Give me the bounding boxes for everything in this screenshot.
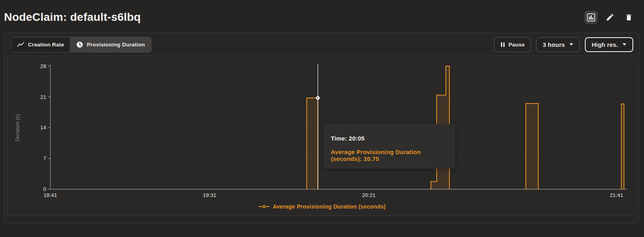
y-tick-label: 0 (43, 186, 46, 192)
trend-line-icon (17, 42, 24, 47)
metrics-card: Creation Rate Provisioning Duration (4, 33, 640, 223)
toolbar-right: Pause 3 hours High res. (494, 37, 633, 52)
y-tick-label: 14 (40, 125, 46, 131)
pause-button[interactable]: Pause (494, 37, 531, 52)
series-area (307, 98, 318, 189)
resolution-select[interactable]: High res. (585, 37, 633, 52)
charts-toggle-button[interactable] (584, 11, 598, 24)
pencil-icon (606, 13, 614, 22)
x-tick-label: 21:41 (610, 192, 623, 198)
chart-tabs: Creation Rate Provisioning Duration (11, 37, 151, 52)
y-tick-label: 28 (40, 63, 46, 69)
page: NodeClaim: default-s6lbq (0, 0, 644, 237)
time-range-value: 3 hours (543, 41, 565, 48)
tooltip-value: Average Provisioning Duration (seconds):… (331, 149, 448, 162)
tab-label: Creation Rate (28, 42, 64, 48)
tab-creation-rate[interactable]: Creation Rate (11, 37, 70, 52)
tab-label: Provisioning Duration (87, 42, 145, 48)
legend-label: Average Provisioning Duration (seconds) (273, 203, 386, 210)
x-tick-label: 19:31 (203, 192, 217, 198)
y-tick-label: 7 (43, 155, 46, 161)
bar-chart-icon (587, 13, 595, 22)
tab-provisioning-duration[interactable]: Provisioning Duration (70, 37, 151, 52)
header-actions (584, 10, 635, 24)
legend-line-dot-icon (258, 205, 270, 209)
trash-icon (625, 13, 633, 22)
edit-button[interactable] (603, 10, 617, 24)
provisioning-duration-chart[interactable]: 0714212818:4119:3120:2121:41Duration (s) (7, 56, 637, 215)
delete-button[interactable] (622, 11, 635, 24)
pause-label: Pause (509, 42, 525, 48)
header: NodeClaim: default-s6lbq (0, 0, 644, 33)
time-range-select[interactable]: 3 hours (536, 37, 580, 52)
resolution-value: High res. (592, 41, 618, 48)
y-tick-label: 21 (40, 94, 46, 100)
series-area (526, 103, 538, 189)
x-tick-label: 20:21 (362, 192, 376, 198)
pause-icon (501, 42, 505, 47)
clock-icon (76, 41, 83, 48)
y-axis-title: Duration (s) (14, 114, 20, 141)
x-tick-label: 18:41 (44, 192, 57, 198)
page-title: NodeClaim: default-s6lbq (4, 11, 584, 24)
chevron-down-icon (569, 43, 573, 46)
chart-tooltip: Time: 20:05 Average Provisioning Duratio… (324, 124, 455, 169)
chevron-down-icon (622, 43, 626, 46)
tooltip-time: Time: 20:05 (331, 135, 448, 142)
hover-dot-core (317, 97, 318, 98)
chart-toolbar: Creation Rate Provisioning Duration (7, 36, 637, 52)
chart-legend[interactable]: Average Provisioning Duration (seconds) (7, 203, 637, 210)
chart-panel: 0714212818:4119:3120:2121:41Duration (s)… (7, 56, 637, 216)
